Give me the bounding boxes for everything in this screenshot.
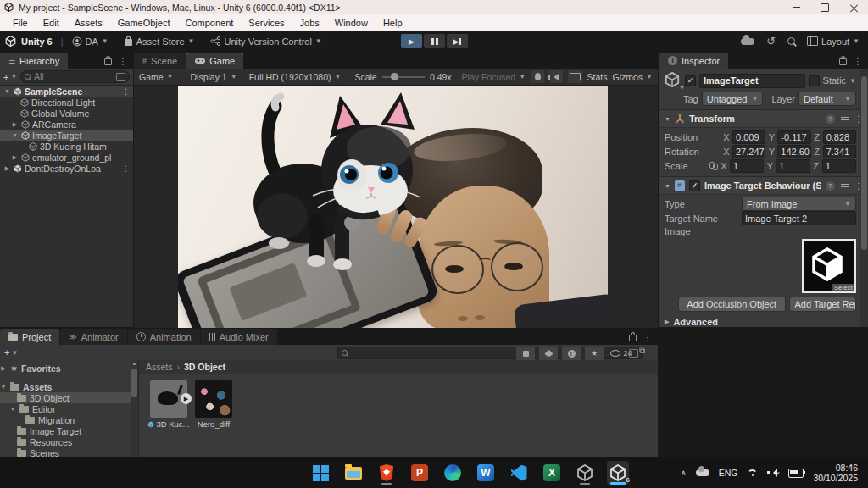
select-button[interactable]: Select [832,284,854,291]
inspector-scrollbar[interactable] [860,69,868,327]
pause-button[interactable] [424,34,445,48]
clock[interactable]: 08:46 30/10/2025 [813,463,858,483]
add-gameobject-button[interactable]: +▼ [3,72,17,82]
tab-animator[interactable]: ≫ Animator [60,329,126,345]
presets-icon[interactable] [841,117,849,120]
undo-history-icon[interactable]: ↺ [766,35,776,47]
menu-edit[interactable]: Edit [36,18,67,28]
tab-scene[interactable]: # Scene [134,53,186,69]
help-icon[interactable]: ? [826,181,835,191]
tab-project[interactable]: Project [0,329,59,345]
mute-audio-button[interactable] [549,70,563,83]
folder-row[interactable]: Migration [0,414,138,425]
add-occlusion-object-button[interactable]: Add Occlusion Object [678,297,786,312]
scale-x-field[interactable]: 1 [730,159,764,173]
onedrive-icon[interactable] [696,469,709,476]
rotation-z-field[interactable]: 7.341 [823,145,856,158]
hierarchy-row-scene[interactable]: ▼ SampleScene ⋮ [0,86,133,97]
foldout-open-icon[interactable]: ▼ [665,116,670,122]
rotation-y-field[interactable]: 142.60 [777,145,810,158]
visibility-toggle[interactable]: 24 [607,347,636,360]
favorite-star-icon[interactable]: ★ [584,347,604,360]
kebab-menu-icon[interactable]: ⋮ [119,57,127,66]
image-target-thumbnail[interactable]: Select [802,239,856,293]
menu-assets[interactable]: Assets [67,18,110,28]
debug-button[interactable] [531,70,544,83]
tree-scrollbar[interactable]: ▲ [131,360,138,458]
favorites-row[interactable]: ▶★ Favorites [0,363,138,374]
presets-icon[interactable] [841,184,849,187]
resolution-dropdown[interactable]: Full HD (1920x1080)▼ [249,72,342,82]
warning-icon[interactable]: ! [561,347,581,360]
tab-inspector[interactable]: i Inspector [659,53,728,69]
label-icon[interactable] [538,347,558,360]
breadcrumb-root[interactable]: Assets [146,362,173,372]
vscode-button[interactable] [508,461,530,485]
kebab-menu-icon[interactable]: ⋮ [854,57,862,66]
foldout-open-icon[interactable]: ▼ [3,88,11,94]
assets-row[interactable]: ▼ Assets [0,381,138,392]
foldout-closed-icon[interactable]: ▶ [11,121,19,128]
version-control-dropdown[interactable]: Unity Version Control▼ [210,36,322,47]
play-badge-icon[interactable]: ▶ [181,393,192,404]
display-dropdown[interactable]: Display 1▼ [191,72,237,82]
menu-file[interactable]: File [5,18,36,28]
search-by-type-icon[interactable]: ⧉ [639,346,645,356]
scrollbar-thumb[interactable] [131,369,137,397]
type-dropdown[interactable]: From Image▼ [742,197,856,211]
scale-slider-knob[interactable] [391,73,398,80]
search-by-type-icon[interactable] [515,347,535,360]
battery-icon[interactable] [788,469,804,478]
file-explorer-button[interactable] [342,461,364,485]
start-button[interactable] [309,461,331,485]
input-button[interactable] [568,70,581,83]
scale-y-field[interactable]: 1 [776,159,810,173]
menu-component[interactable]: Component [177,18,241,28]
tray-expand-icon[interactable]: ∧ [681,469,687,477]
target-name-field[interactable]: Image Target 2 [742,211,856,225]
lock-icon[interactable] [839,58,847,65]
asset-texture[interactable]: Nero_diff [192,380,235,429]
muted-speaker-icon[interactable]: × [767,469,779,477]
asset-3d-model[interactable]: ▶ 3D Kuc... [147,380,190,429]
folder-row[interactable]: Resources [0,436,138,447]
stats-button[interactable]: Stats [587,72,608,82]
cloud-icon[interactable] [741,38,754,45]
chevron-down-icon[interactable]: ▼ [679,85,685,91]
minimize-button[interactable] [782,0,810,14]
folder-row[interactable]: Image Target [0,425,138,436]
powerpoint-button[interactable]: P [409,461,431,485]
scroll-up-icon[interactable]: ▲ [131,360,138,368]
menu-gameobject[interactable]: GameObject [110,18,178,28]
position-y-field[interactable]: -0.117 [777,130,810,144]
maximize-button[interactable] [810,0,839,14]
hierarchy-search-input[interactable]: All [20,70,130,83]
unity-editor-button[interactable]: 6 [607,461,629,485]
tab-game[interactable]: Game [186,53,243,69]
kebab-menu-icon[interactable]: ⋮ [643,333,652,342]
excel-button[interactable]: X [541,461,563,485]
scrollbar-thumb[interactable] [861,76,867,250]
link-scale-icon[interactable] [709,162,718,169]
scale-z-field[interactable]: 1 [822,159,856,173]
layer-dropdown[interactable]: Default▼ [798,92,856,106]
foldout-open-icon[interactable]: ▼ [11,132,19,138]
layout-dropdown[interactable]: Layout▼ [807,36,860,47]
image-target-behaviour-header[interactable]: ▼ ✓ Image Target Behaviour (S ? ⋮ [659,176,868,195]
advanced-foldout[interactable]: ▶ Advanced [665,315,856,327]
play-focused-dropdown[interactable]: Play Focused▼ [462,72,526,82]
foldout-closed-icon[interactable]: ▶ [3,165,11,172]
gizmos-dropdown[interactable]: Gizmos▼ [613,72,654,82]
menu-jobs[interactable]: Jobs [292,18,327,28]
lock-icon[interactable] [629,335,637,341]
menu-help[interactable]: Help [376,18,410,28]
wifi-icon[interactable] [747,469,758,477]
static-dropdown-icon[interactable]: ▼ [849,77,856,85]
rotation-x-field[interactable]: 27.247 [732,145,765,158]
unity-hub-button[interactable] [574,461,596,485]
foldout-closed-icon[interactable]: ▶ [11,154,19,161]
create-asset-button[interactable]: +▼ [4,347,18,358]
hierarchy-row-selected[interactable]: ▼ ImageTarget [0,130,133,141]
hierarchy-row[interactable]: ▶ emulator_ground_pl [0,152,133,163]
language-indicator[interactable]: ENG [719,468,738,478]
